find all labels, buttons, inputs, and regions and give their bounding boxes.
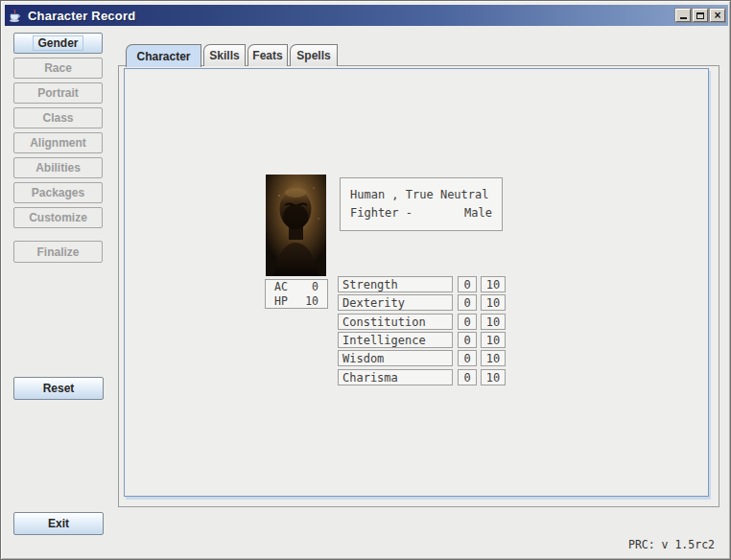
ac-row: AC 0: [274, 280, 318, 293]
minimize-button[interactable]: [675, 9, 691, 22]
minimize-icon: [680, 17, 687, 19]
summary-gender: Male: [464, 204, 492, 222]
ac-hp-box: AC 0 HP 10: [265, 279, 328, 309]
character-summary-box: Human , True Neutral Fighter - Male: [340, 177, 503, 231]
tab-character[interactable]: Character: [126, 44, 201, 67]
close-icon: ×: [714, 11, 720, 20]
ability-score-charisma: 10: [481, 369, 506, 385]
maximize-icon: [696, 12, 704, 19]
hp-label: HP: [274, 294, 288, 308]
sidebar-button-race: Race: [13, 58, 103, 79]
tab-feats[interactable]: Feats: [248, 44, 288, 66]
sidebar-button-gender[interactable]: Gender: [13, 33, 103, 54]
summary-class: Fighter -: [350, 204, 413, 222]
sidebar-button-customize: Customize: [13, 207, 103, 228]
titlebar[interactable]: Character Record ×: [5, 5, 728, 26]
ac-label: AC: [274, 280, 288, 293]
ability-score-strength: 10: [481, 276, 506, 292]
summary-race-alignment: Human , True Neutral: [350, 186, 492, 204]
close-button[interactable]: ×: [710, 9, 725, 22]
ability-score-dexterity: 10: [481, 294, 506, 311]
sidebar-button-finalize: Finalize: [13, 241, 103, 263]
ability-name-wisdom: Wisdom: [338, 350, 453, 366]
sidebar-button-abilities: Abilities: [13, 157, 103, 178]
hp-row: HP 10: [274, 294, 318, 308]
ability-mod-strength: 0: [458, 276, 477, 292]
ability-name-dexterity: Dexterity: [338, 294, 453, 311]
character-portrait: [266, 175, 326, 276]
maximize-button[interactable]: [693, 9, 708, 22]
ability-mod-constitution: 0: [458, 314, 477, 330]
ability-name-intelligence: Intelligence: [338, 332, 453, 348]
window-controls: ×: [675, 9, 725, 22]
sidebar-button-class: Class: [13, 107, 103, 128]
ability-mod-charisma: 0: [458, 369, 477, 385]
ability-score-wisdom: 10: [481, 350, 506, 366]
ability-score-intelligence: 10: [481, 332, 506, 348]
ability-mod-wisdom: 0: [458, 350, 477, 366]
summary-class-gender: Fighter - Male: [350, 204, 492, 222]
ability-name-charisma: Charisma: [338, 369, 453, 385]
reset-button[interactable]: Reset: [13, 377, 104, 400]
tab-skills[interactable]: Skills: [203, 44, 246, 66]
hp-value: 10: [305, 294, 318, 308]
exit-button[interactable]: Exit: [13, 512, 104, 535]
tab-spells[interactable]: Spells: [290, 44, 338, 66]
app-window: Character Record × Gender Race Portrait …: [0, 0, 731, 560]
version-label: PRC: v 1.5rc2: [628, 538, 715, 551]
ability-mod-intelligence: 0: [458, 332, 477, 348]
ability-name-strength: Strength: [338, 276, 453, 292]
sidebar-button-packages: Packages: [13, 182, 103, 203]
ability-score-constitution: 10: [481, 314, 506, 330]
ability-name-constitution: Constitution: [338, 314, 453, 330]
window-title: Character Record: [28, 9, 135, 23]
ability-mod-dexterity: 0: [458, 294, 477, 311]
ac-value: 0: [312, 280, 318, 293]
gender-button-label: Gender: [33, 35, 83, 51]
sidebar-button-portrait: Portrait: [13, 82, 103, 104]
java-icon: [8, 9, 22, 23]
sidebar-button-alignment: Alignment: [13, 132, 103, 153]
